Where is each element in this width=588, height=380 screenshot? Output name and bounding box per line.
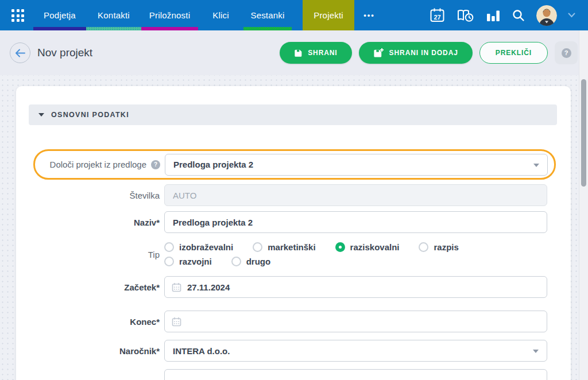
page-title: Nov projekt [37, 46, 92, 59]
save-button[interactable]: SHRANI [280, 42, 351, 64]
nav-more-menu[interactable]: ••• [361, 0, 378, 30]
field-label-template: Določi projekt iz predloge ? [41, 160, 160, 169]
bar-chart-icon[interactable] [486, 9, 501, 22]
field-label-konec: Konec* [29, 317, 160, 327]
field-row-konec: Konec* [29, 311, 547, 332]
end-date-input[interactable] [164, 311, 547, 332]
radio-circle-icon [335, 242, 345, 252]
vertical-scrollbar-thumb[interactable] [581, 79, 586, 187]
field-label-text: Določi projekt iz predloge [50, 160, 146, 169]
top-nav: Podjetja Kontakti Priložnosti Klici Sest… [0, 0, 588, 30]
radio-label: izobraževalni [179, 242, 233, 252]
calendar-day-number: 27 [434, 14, 440, 21]
field-label-naziv: Naziv* [29, 218, 160, 227]
calendar-icon [172, 317, 181, 327]
nav-item-label: Projekti [314, 10, 343, 20]
radio-line-2: razvojni drugo [164, 257, 547, 266]
calendar-icon [172, 282, 181, 292]
radio-label: razpis [434, 242, 458, 252]
radio-marketinski[interactable]: marketinški [253, 242, 315, 252]
partial-input[interactable] [164, 369, 547, 380]
calendar-day-icon[interactable]: 27 [430, 7, 445, 23]
search-icon[interactable] [512, 9, 525, 22]
question-mark-icon: ? [562, 48, 571, 58]
radio-label: raziskovalni [350, 242, 400, 252]
nav-item-priloznosti[interactable]: Priložnosti [141, 0, 198, 30]
nav-item-label: Kontakti [98, 10, 130, 20]
nav-item-label: Sestanki [250, 10, 284, 20]
nav-underline [33, 27, 86, 30]
template-field-row-highlighted: Določi projekt iz predloge ? Predloga pr… [33, 149, 556, 180]
nav-underline [86, 27, 141, 30]
save-plus-floppy-icon [373, 48, 384, 57]
radio-izobrazevalni[interactable]: izobraževalni [164, 242, 233, 252]
section-title: OSNOVNI PODATKI [51, 111, 129, 119]
field-row-narocnik: Naročnik* INTERA d.o.o. [29, 340, 547, 362]
user-avatar[interactable] [536, 5, 557, 26]
field-label-zacetek: Začetek* [29, 282, 160, 292]
form-card: OSNOVNI PODATKI Določi projekt iz predlo… [16, 86, 571, 380]
collapse-triangle-icon [38, 113, 44, 117]
radio-drugo[interactable]: drugo [231, 257, 271, 266]
field-row-tip: Tip izobraževalni marketinški raziskoval… [29, 237, 547, 272]
client-select-value: INTERA d.o.o. [173, 346, 230, 356]
nav-right-tools: 27 [430, 0, 588, 30]
radio-line-1: izobraževalni marketinški raziskovalni r… [164, 242, 547, 252]
field-row-partial [29, 369, 547, 380]
save-button-label: SHRANI [308, 49, 337, 57]
app-launcher-icon[interactable] [11, 9, 24, 22]
radio-circle-icon [253, 242, 262, 252]
type-radio-group: izobraževalni marketinški raziskovalni r… [164, 242, 547, 266]
radio-circle-icon [419, 242, 428, 252]
field-row-stevilka: Številka [29, 184, 547, 206]
cancel-button-label: PREKLIČI [496, 49, 532, 57]
help-button[interactable]: ? [555, 41, 578, 64]
template-select[interactable]: Predloga projekta 2 [165, 154, 548, 176]
nav-item-kontakti[interactable]: Kontakti [86, 0, 141, 30]
radio-circle-icon [164, 242, 174, 252]
nav-item-podjetja[interactable]: Podjetja [33, 0, 86, 30]
radio-razpis[interactable]: razpis [419, 242, 458, 252]
nav-item-label: Priložnosti [149, 10, 190, 20]
save-and-add-button-label: SHRANI IN DODAJ [389, 49, 458, 57]
field-label-tip: Tip [29, 250, 160, 259]
radio-circle-icon [164, 257, 174, 266]
save-and-add-button[interactable]: SHRANI IN DODAJ [359, 42, 473, 64]
nav-item-label: Klici [212, 10, 229, 20]
number-input[interactable] [164, 184, 547, 206]
avatar-chevron-down-icon[interactable] [568, 13, 575, 18]
chevron-down-icon [533, 164, 539, 167]
back-button[interactable] [10, 42, 30, 63]
radio-label: drugo [246, 257, 271, 266]
template-select-value: Predloga projekta 2 [173, 160, 253, 169]
radio-label: marketinški [268, 242, 315, 252]
nav-underline [141, 27, 198, 30]
radio-label: razvojni [179, 257, 212, 266]
name-input[interactable] [164, 211, 547, 233]
cancel-button[interactable]: PREKLIČI [479, 42, 548, 64]
field-help-icon[interactable]: ? [151, 160, 160, 169]
client-select[interactable]: INTERA d.o.o. [164, 340, 547, 362]
header-actions: SHRANI SHRANI IN DODAJ PREKLIČI ? [280, 41, 579, 64]
field-label-narocnik: Naročnik* [29, 346, 160, 356]
field-row-zacetek: Začetek* 27.11.2024 [29, 276, 547, 298]
nav-item-projekti-active[interactable]: Projekti [303, 0, 354, 30]
activity-book-clock-icon[interactable] [456, 7, 475, 24]
nav-underline [243, 27, 292, 30]
start-date-input[interactable]: 27.11.2024 [164, 276, 547, 298]
vertical-scrollbar-track [579, 30, 588, 380]
nav-item-klici[interactable]: Klici [198, 0, 243, 30]
radio-razvojni[interactable]: razvojni [164, 257, 212, 266]
nav-item-sestanki[interactable]: Sestanki [243, 0, 292, 30]
field-label-stevilka: Številka [29, 191, 160, 200]
page-header: Nov projekt SHRANI [0, 30, 579, 75]
save-floppy-icon [294, 49, 303, 57]
start-date-value: 27.11.2024 [187, 282, 230, 292]
radio-circle-icon [231, 257, 241, 266]
app-window: Podjetja Kontakti Priložnosti Klici Sest… [0, 0, 588, 380]
arrow-left-icon [15, 49, 26, 57]
nav-item-label: Podjetja [44, 10, 76, 20]
field-row-naziv: Naziv* [29, 211, 547, 233]
radio-raziskovalni-selected[interactable]: raziskovalni [335, 242, 400, 252]
section-header-osnovni-podatki[interactable]: OSNOVNI PODATKI [29, 104, 557, 125]
